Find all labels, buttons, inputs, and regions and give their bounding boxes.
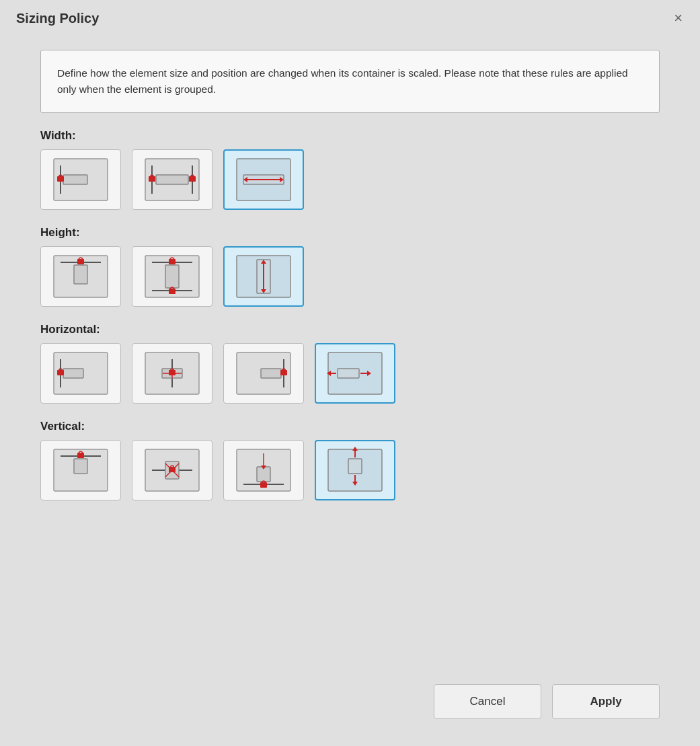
- horizontal-icon-3: [325, 350, 385, 397]
- title-bar: Sizing Policy ×: [0, 0, 700, 36]
- width-option-1[interactable]: [132, 149, 212, 210]
- height-label: Height:: [40, 226, 660, 239]
- horizontal-option-2[interactable]: [223, 343, 304, 404]
- dialog-title: Sizing Policy: [16, 11, 99, 26]
- width-option-0[interactable]: [40, 149, 121, 210]
- horizontal-options: [40, 343, 660, 404]
- horizontal-label: Horizontal:: [40, 323, 660, 336]
- vertical-icon-3: [325, 447, 385, 494]
- vertical-option-0[interactable]: [40, 440, 121, 500]
- dialog-footer: Cancel Apply: [0, 665, 700, 746]
- svg-rect-24: [169, 289, 176, 294]
- horizontal-option-0[interactable]: [40, 343, 121, 404]
- svg-rect-2: [63, 175, 87, 184]
- width-section: Width:: [40, 129, 660, 210]
- width-options: [40, 149, 660, 210]
- horizontal-icon-0: [51, 350, 110, 397]
- vertical-section: Vertical:: [40, 420, 660, 500]
- svg-rect-18: [77, 259, 84, 264]
- width-option-2[interactable]: [223, 149, 304, 210]
- horizontal-section: Horizontal:: [40, 323, 660, 404]
- svg-rect-9: [189, 176, 196, 182]
- horizontal-option-3[interactable]: [315, 343, 395, 404]
- svg-rect-22: [165, 265, 179, 288]
- horizontal-option-1[interactable]: [132, 343, 212, 404]
- info-box: Define how the element size and position…: [40, 50, 660, 113]
- vertical-icon-2: [234, 447, 293, 494]
- svg-rect-43: [280, 370, 287, 375]
- vertical-label: Vertical:: [40, 420, 660, 433]
- vertical-icon-1: [143, 447, 202, 494]
- svg-rect-23: [169, 259, 176, 264]
- svg-marker-69: [352, 447, 358, 451]
- cancel-button[interactable]: Cancel: [434, 684, 541, 719]
- svg-rect-3: [57, 176, 64, 182]
- width-label: Width:: [40, 129, 660, 143]
- width-icon-2: [234, 156, 293, 203]
- svg-rect-63: [260, 482, 267, 488]
- height-option-2[interactable]: [223, 246, 304, 307]
- height-icon-2: [234, 253, 293, 300]
- svg-rect-53: [77, 453, 84, 458]
- height-section: Height:: [40, 226, 660, 307]
- svg-rect-32: [63, 369, 83, 378]
- height-options: [40, 246, 660, 307]
- vertical-icon-0: [51, 447, 110, 494]
- dialog-content: Define how the element size and position…: [0, 36, 700, 665]
- svg-rect-52: [74, 459, 87, 474]
- close-button[interactable]: ×: [670, 9, 687, 27]
- width-icon-1: [143, 156, 202, 203]
- horizontal-icon-1: [143, 350, 202, 397]
- apply-button[interactable]: Apply: [552, 684, 660, 719]
- horizontal-icon-2: [234, 350, 293, 397]
- vertical-option-1[interactable]: [132, 440, 212, 500]
- svg-rect-67: [348, 459, 362, 474]
- vertical-option-2[interactable]: [223, 440, 304, 500]
- width-icon-0: [51, 156, 110, 203]
- height-icon-0: [51, 253, 110, 300]
- svg-rect-45: [338, 369, 359, 378]
- height-icon-1: [143, 253, 202, 300]
- height-option-0[interactable]: [40, 246, 121, 307]
- vertical-options: [40, 440, 660, 500]
- sizing-policy-dialog: Sizing Policy × Define how the element s…: [0, 0, 700, 746]
- svg-rect-42: [261, 369, 281, 378]
- svg-rect-17: [74, 265, 87, 284]
- vertical-option-3[interactable]: [315, 440, 395, 500]
- svg-rect-7: [156, 175, 188, 184]
- svg-rect-33: [57, 370, 64, 375]
- height-option-1[interactable]: [132, 246, 212, 307]
- svg-rect-8: [149, 176, 155, 182]
